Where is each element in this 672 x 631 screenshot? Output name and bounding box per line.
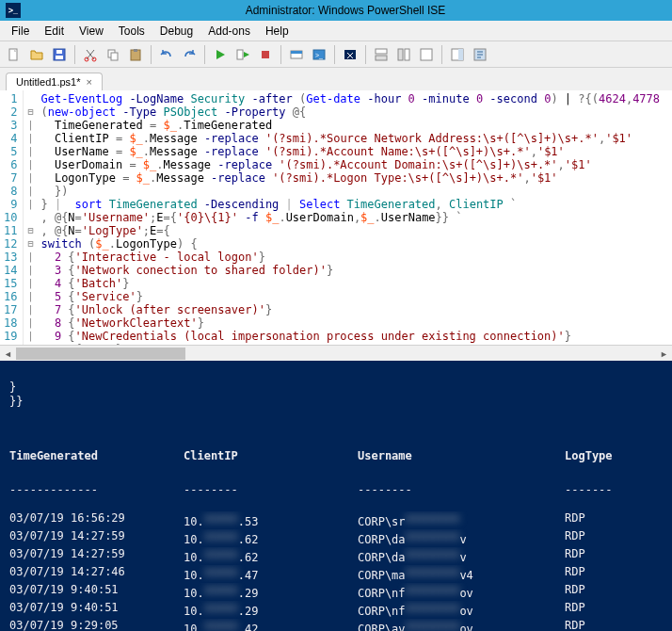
- svg-rect-21: [421, 49, 432, 60]
- redo-button[interactable]: [179, 44, 200, 65]
- menu-view[interactable]: View: [72, 23, 111, 40]
- fold-marker: |: [24, 277, 37, 290]
- show-command-window-button[interactable]: [470, 44, 490, 65]
- line-number: 17: [4, 303, 17, 316]
- console-row: 03/07/19 9:29:0510.xxxxx.42CORP\avxxxxxx…: [9, 619, 663, 631]
- line-number: 8: [4, 185, 17, 198]
- toolbar-separator: [441, 45, 442, 64]
- fold-marker[interactable]: ⊟: [24, 237, 37, 251]
- fold-marker: |: [24, 185, 37, 198]
- start-powershell-button[interactable]: >_: [309, 44, 329, 65]
- clear-console-button[interactable]: [340, 44, 360, 65]
- title-bar: >_ Administrator: Windows PowerShell ISE: [0, 0, 672, 21]
- fold-marker: |: [24, 119, 37, 132]
- scrollbar-thumb[interactable]: [16, 348, 185, 360]
- fold-marker: |: [24, 171, 37, 185]
- svg-rect-20: [405, 49, 409, 60]
- svg-text:>_: >_: [315, 52, 323, 59]
- menu-edit[interactable]: Edit: [37, 23, 72, 40]
- show-script-max-button[interactable]: [416, 44, 437, 65]
- svg-rect-16: [344, 50, 356, 59]
- code-line[interactable]: 7 {'Unlock (after screensaver)'}: [40, 303, 668, 316]
- new-file-button[interactable]: [4, 44, 24, 65]
- code-line[interactable]: ClientIP = $_.Message -replace '(?smi).*…: [40, 132, 668, 145]
- close-icon[interactable]: ×: [87, 76, 92, 88]
- code-line[interactable]: }): [40, 185, 668, 198]
- fold-marker: |: [24, 316, 37, 330]
- code-line[interactable]: , @{N='Username';E={'{0}\{1}' -f $_.User…: [40, 211, 668, 224]
- code-line[interactable]: 4 {'Batch'}: [40, 277, 668, 290]
- code-line[interactable]: 5 {'Service'}: [40, 290, 668, 303]
- show-command-addon-button[interactable]: [447, 44, 468, 65]
- window-title: Administrator: Windows PowerShell ISE: [24, 4, 666, 17]
- run-script-button[interactable]: [210, 44, 231, 65]
- fold-marker: |: [24, 303, 37, 316]
- code-line[interactable]: 9 {'NewCredentials (local impersonation …: [40, 330, 668, 343]
- svg-rect-3: [56, 50, 62, 54]
- code-line[interactable]: Get-EventLog -LogName Security -after (G…: [40, 92, 668, 105]
- line-number: 11: [4, 224, 17, 237]
- code-line[interactable]: 2 {'Interactive - local logon'}: [40, 251, 668, 264]
- line-number: 12: [4, 237, 17, 251]
- console-pane[interactable]: } }} TimeGenerated ClientIP Username Log…: [0, 361, 672, 631]
- paste-button[interactable]: [125, 44, 146, 65]
- scroll-left-icon[interactable]: ◄: [0, 346, 16, 362]
- svg-rect-11: [262, 51, 269, 58]
- fold-marker[interactable]: ⊟: [24, 105, 37, 119]
- menu-file[interactable]: File: [4, 23, 37, 40]
- tab-strip: Untitled1.ps1* ×: [0, 68, 672, 90]
- fold-marker: |: [24, 264, 37, 277]
- undo-button[interactable]: [156, 44, 177, 65]
- code-line[interactable]: , @{N='LogType';E={: [40, 224, 668, 237]
- code-area[interactable]: Get-EventLog -LogName Security -after (G…: [37, 90, 672, 345]
- scroll-right-icon[interactable]: ►: [656, 346, 672, 362]
- code-line[interactable]: TimeGenerated = $_.TimeGenerated: [40, 119, 668, 132]
- open-file-button[interactable]: [26, 44, 47, 65]
- toolbar: >_: [0, 41, 672, 68]
- toolbar-separator: [280, 45, 281, 64]
- fold-marker: |: [24, 158, 37, 171]
- menu-tools[interactable]: Tools: [111, 23, 152, 40]
- line-number-gutter: 1234567891011121314151617181920212223: [0, 90, 24, 345]
- svg-rect-10: [237, 50, 243, 59]
- code-line[interactable]: 3 {'Network conection to shared folder)'…: [40, 264, 668, 277]
- run-selection-button[interactable]: [232, 44, 253, 65]
- show-script-right-button[interactable]: [393, 44, 414, 65]
- menu-help[interactable]: Help: [258, 23, 296, 40]
- editor-horizontal-scrollbar[interactable]: ◄ ►: [0, 345, 672, 361]
- line-number: 5: [4, 145, 17, 158]
- fold-marker[interactable]: ⊟: [24, 224, 37, 237]
- new-remote-tab-button[interactable]: [286, 44, 307, 65]
- fold-marker: |: [24, 145, 37, 158]
- code-line[interactable]: switch ($_.LogonType) {: [40, 237, 668, 251]
- line-number: 13: [4, 251, 17, 264]
- copy-button[interactable]: [103, 44, 123, 65]
- script-editor[interactable]: 1234567891011121314151617181920212223 ⊟|…: [0, 90, 672, 345]
- toolbar-separator: [74, 45, 75, 64]
- svg-rect-23: [458, 49, 463, 60]
- console-header-row: TimeGenerated ClientIP Username LogType: [9, 449, 663, 463]
- svg-rect-13: [291, 51, 302, 54]
- cut-button[interactable]: [80, 44, 101, 65]
- fold-column[interactable]: ⊟|||||||⊟⊟||||||||||: [24, 90, 37, 345]
- code-line[interactable]: } | sort TimeGenerated -Descending | Sel…: [40, 198, 668, 211]
- line-number: 10: [4, 211, 17, 224]
- script-tab[interactable]: Untitled1.ps1* ×: [6, 73, 103, 90]
- menu-addons[interactable]: Add-ons: [200, 23, 258, 40]
- line-number: 14: [4, 264, 17, 277]
- stop-button[interactable]: [255, 44, 276, 65]
- code-line[interactable]: 8 {'NetworkCleartext'}: [40, 316, 668, 330]
- fold-marker: |: [24, 132, 37, 145]
- line-number: 9: [4, 198, 17, 211]
- code-line[interactable]: LogonType = $_.Message -replace '(?smi).…: [40, 171, 668, 185]
- save-button[interactable]: [49, 44, 70, 65]
- header-clientip: ClientIP: [184, 449, 358, 463]
- show-script-top-button[interactable]: [371, 44, 392, 65]
- line-number: 7: [4, 171, 17, 185]
- header-username: Username: [358, 449, 565, 463]
- toolbar-separator: [204, 45, 205, 64]
- code-line[interactable]: (new-object -Type PSObject -Property @{: [40, 105, 668, 119]
- menu-debug[interactable]: Debug: [152, 23, 200, 40]
- code-line[interactable]: UserDomain = $_.Message -replace '(?smi)…: [40, 158, 668, 171]
- code-line[interactable]: UserName = $_.Message -replace '(?smi).*…: [40, 145, 668, 158]
